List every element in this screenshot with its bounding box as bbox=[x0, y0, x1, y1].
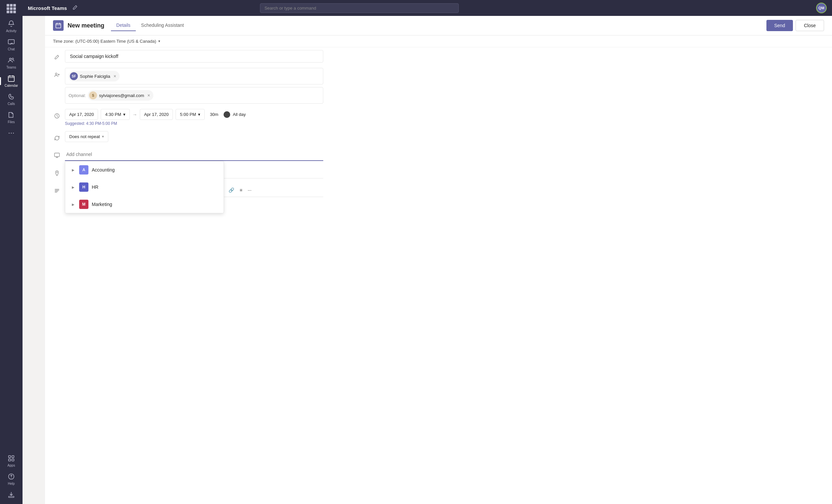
sidebar-chat-label: Chat bbox=[8, 47, 15, 51]
remove-attendee-button[interactable]: × bbox=[113, 74, 116, 79]
end-date-input[interactable]: Apr 17, 2020 bbox=[140, 109, 173, 120]
sidebar-item-more[interactable] bbox=[0, 127, 23, 140]
send-button[interactable]: Send bbox=[766, 20, 793, 31]
accounting-avatar: A bbox=[79, 165, 88, 175]
end-time-input[interactable]: 5:00 PM ▾ bbox=[176, 109, 204, 120]
tab-scheduling[interactable]: Scheduling Assistant bbox=[136, 20, 189, 31]
suggested-time: Suggested: 4:30 PM-5:00 PM bbox=[65, 121, 824, 126]
meeting-icon bbox=[53, 20, 63, 31]
datetime-row: Apr 17, 2020 4:30 PM ▾ → Apr 17, 2020 5:… bbox=[45, 106, 832, 129]
repeat-row: Does not repeat ▾ bbox=[45, 129, 832, 146]
sidebar-item-teams[interactable]: Teams bbox=[0, 54, 23, 72]
optional-attendees-box: Optional: S sylviajones@gmail.com × bbox=[65, 87, 323, 104]
suggested-time-value: 4:30 PM-5:00 PM bbox=[86, 121, 117, 126]
svg-point-4 bbox=[9, 133, 9, 134]
chat-icon bbox=[7, 38, 15, 46]
sidebar-item-help[interactable]: Help bbox=[0, 470, 23, 488]
sidebar-apps-icon bbox=[7, 454, 15, 462]
close-button[interactable]: Close bbox=[796, 20, 824, 31]
calls-icon bbox=[7, 93, 15, 101]
download-icon bbox=[7, 491, 15, 499]
optional-label: Optional: bbox=[69, 93, 86, 98]
marketing-avatar: M bbox=[79, 200, 88, 209]
pencil-icon bbox=[53, 54, 61, 60]
channel-option-marketing[interactable]: ▶ M Marketing bbox=[65, 196, 224, 213]
tab-details[interactable]: Details bbox=[111, 20, 136, 31]
sidebar-apps-label: Apps bbox=[8, 463, 15, 467]
title-field-container bbox=[65, 50, 824, 62]
repeat-content: Does not repeat ▾ bbox=[65, 131, 824, 142]
channel-container: ▶ A Accounting ▶ H HR ▶ M Marketing bbox=[65, 148, 323, 161]
start-date-input[interactable]: Apr 17, 2020 bbox=[65, 109, 98, 120]
svg-rect-9 bbox=[9, 459, 10, 461]
teams-icon bbox=[7, 56, 15, 64]
repeat-icon bbox=[53, 135, 61, 141]
sidebar-item-activity[interactable]: Activity bbox=[0, 17, 23, 35]
svg-rect-10 bbox=[12, 459, 14, 461]
datetime-controls: Apr 17, 2020 4:30 PM ▾ → Apr 17, 2020 5:… bbox=[65, 109, 323, 120]
channel-content: ▶ A Accounting ▶ H HR ▶ M Marketing bbox=[65, 148, 824, 161]
apps-grid-icon[interactable] bbox=[5, 3, 17, 15]
svg-rect-13 bbox=[9, 496, 14, 498]
channel-row: ▶ A Accounting ▶ H HR ▶ M Marketing bbox=[45, 146, 832, 164]
svg-rect-17 bbox=[55, 153, 60, 157]
title-row bbox=[45, 47, 832, 65]
search-container bbox=[260, 3, 459, 13]
allday-label: All day bbox=[233, 112, 246, 117]
attendee-name: Sophie Falciglia bbox=[80, 74, 110, 79]
timezone-chevron[interactable]: ▾ bbox=[158, 39, 160, 44]
sidebar-item-calls[interactable]: Calls bbox=[0, 90, 23, 108]
svg-point-1 bbox=[9, 58, 11, 60]
repeat-label: Does not repeat bbox=[69, 134, 100, 139]
meeting-header: New meeting Details Scheduling Assistant… bbox=[45, 16, 832, 35]
sidebar-item-files[interactable]: Files bbox=[0, 108, 23, 127]
sidebar-item-apps[interactable]: Apps bbox=[0, 452, 23, 470]
allday-toggle[interactable] bbox=[224, 111, 230, 118]
sidebar-files-label: Files bbox=[8, 120, 15, 124]
more-icon bbox=[7, 129, 15, 137]
attendee-icon bbox=[53, 72, 61, 78]
link-button[interactable]: 🔗 bbox=[227, 186, 236, 194]
svg-point-18 bbox=[57, 172, 58, 173]
svg-rect-7 bbox=[9, 456, 10, 458]
search-input[interactable] bbox=[260, 3, 459, 13]
topbar: Microsoft Teams QM bbox=[23, 0, 832, 16]
sidebar-calls-label: Calls bbox=[8, 102, 15, 106]
svg-point-15 bbox=[55, 73, 57, 75]
attendee-avatar-sf: SF bbox=[70, 72, 78, 80]
sidebar-activity-label: Activity bbox=[6, 29, 17, 33]
end-time-chevron: ▾ bbox=[198, 112, 200, 117]
sidebar-item-calendar[interactable]: Calendar bbox=[0, 72, 23, 90]
attendees-row: SF Sophie Falciglia × Optional: S sylvia… bbox=[45, 65, 832, 106]
avatar[interactable]: QM bbox=[816, 3, 827, 13]
calendar-icon bbox=[7, 75, 15, 82]
app-title: Microsoft Teams bbox=[28, 5, 67, 11]
svg-point-12 bbox=[11, 478, 11, 478]
channel-input[interactable] bbox=[65, 148, 323, 161]
form-area: Time zone: (UTC-05:00) Eastern Time (US … bbox=[45, 35, 832, 504]
hr-avatar: H bbox=[79, 183, 88, 192]
channel-option-hr[interactable]: ▶ H HR bbox=[65, 179, 224, 196]
compose-button[interactable] bbox=[71, 3, 79, 13]
more-formatting-button[interactable]: ··· bbox=[246, 186, 254, 194]
remove-optional-attendee-button[interactable]: × bbox=[147, 93, 150, 98]
channel-option-accounting[interactable]: ▶ A Accounting bbox=[65, 161, 224, 179]
main-content: New meeting Details Scheduling Assistant… bbox=[45, 16, 832, 504]
svg-point-2 bbox=[12, 58, 14, 60]
timezone-text: Time zone: (UTC-05:00) Eastern Time (US … bbox=[53, 39, 156, 44]
title-input[interactable] bbox=[65, 50, 323, 62]
repeat-dropdown[interactable]: Does not repeat ▾ bbox=[65, 131, 108, 142]
optional-email: sylviajones@gmail.com bbox=[99, 93, 144, 98]
start-time-chevron: ▾ bbox=[123, 112, 126, 117]
start-time-input[interactable]: 4:30 PM ▾ bbox=[101, 109, 130, 120]
editor-icon bbox=[53, 188, 61, 194]
align-button[interactable]: ≡ bbox=[237, 186, 244, 194]
expand-accounting-icon: ▶ bbox=[71, 167, 76, 173]
svg-rect-14 bbox=[56, 24, 61, 28]
sidebar-item-chat[interactable]: Chat bbox=[0, 35, 23, 54]
sidebar-item-download[interactable] bbox=[0, 488, 23, 501]
svg-rect-8 bbox=[12, 456, 14, 458]
repeat-chevron: ▾ bbox=[102, 134, 104, 139]
sidebar-teams-label: Teams bbox=[6, 65, 16, 69]
hr-label: HR bbox=[92, 184, 98, 190]
